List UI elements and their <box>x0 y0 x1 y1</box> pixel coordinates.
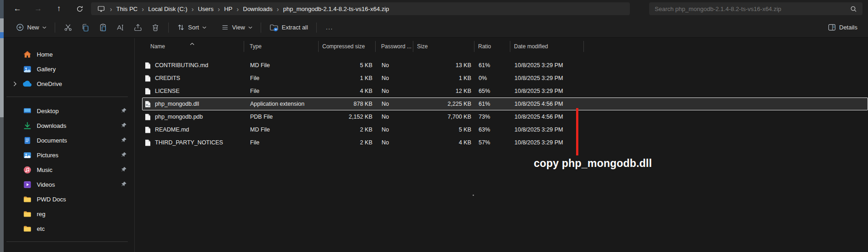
cell-date_modified: 10/8/2025 3:29 PM <box>511 126 584 133</box>
search-icon <box>850 6 857 12</box>
toolbar-divider <box>261 23 261 33</box>
view-button-label: View <box>232 24 245 31</box>
chevron-down-icon <box>248 26 252 29</box>
rename-icon[interactable] <box>112 20 129 35</box>
sidebar-item-desktop[interactable]: Desktop <box>2 103 132 118</box>
cell-size: 13 KB <box>414 62 475 69</box>
sidebar-item-label: Documents <box>37 137 67 144</box>
copy-icon[interactable] <box>77 20 94 35</box>
table-row-php-mongodb-dll[interactable]: php_mongodb.dllApplication extension878 … <box>142 97 868 110</box>
downloads-icon <box>23 121 32 130</box>
sidebar-item-label: Home <box>37 51 53 58</box>
sidebar-item-etc[interactable]: etc <box>2 221 132 236</box>
documents-icon <box>23 136 32 145</box>
cell-ratio: 57% <box>475 139 511 146</box>
share-icon[interactable] <box>129 20 147 35</box>
sidebar-item-label: OneDrive <box>37 80 62 87</box>
table-row-php-mongodb-pdb[interactable]: php_mongodb.pdbPDB File2,152 KBNo7,700 K… <box>142 110 868 123</box>
cell-type: File <box>245 88 319 94</box>
breadcrumb[interactable]: ›This PC›Local Disk (C:)›Users›HP›Downlo… <box>91 2 630 15</box>
more-options-button[interactable]: ... <box>321 20 338 35</box>
sidebar-item-gallery[interactable]: Gallery <box>2 62 132 76</box>
folder-icon <box>23 195 32 204</box>
sidebar-item-reg[interactable]: reg <box>2 206 132 221</box>
column-header-size[interactable]: Size <box>413 41 474 52</box>
sidebar-item-label: etc <box>37 225 45 232</box>
breadcrumb-item-users[interactable]: Users <box>198 6 213 12</box>
file-name: README.md <box>155 126 189 133</box>
cell-type: File <box>245 75 319 81</box>
delete-icon[interactable] <box>147 20 164 35</box>
chevron-down-icon <box>202 26 206 29</box>
sidebar-item-label: reg <box>37 211 46 218</box>
forward-icon[interactable]: → <box>31 2 46 15</box>
breadcrumb-item-local-disk-c[interactable]: Local Disk (C:) <box>148 6 187 12</box>
table-row-credits[interactable]: CREDITSFile1 KBNo1 KB0%10/8/2025 3:29 PM <box>142 72 868 85</box>
sidebar-item-home[interactable]: Home <box>2 47 132 62</box>
extract-all-button[interactable]: Extract all <box>265 20 312 35</box>
videos-icon <box>23 180 32 189</box>
sidebar-item-music[interactable]: Music <box>2 162 132 177</box>
cell-ratio: 61% <box>475 101 511 107</box>
view-button[interactable]: View <box>217 20 257 35</box>
extract-all-label: Extract all <box>282 24 308 31</box>
ellipsis-icon: ... <box>326 24 333 31</box>
cell-name: README.md <box>143 126 245 133</box>
cut-icon[interactable] <box>59 20 77 35</box>
chevron-right-icon[interactable] <box>13 81 23 86</box>
column-header-type[interactable]: Type <box>244 41 319 52</box>
file-name: CREDITS <box>155 75 180 81</box>
sidebar-item-pictures[interactable]: Pictures <box>2 148 132 162</box>
table-row-readme-md[interactable]: README.mdMD File2 KBNo5 KB63%10/8/2025 3… <box>142 123 868 136</box>
refresh-icon[interactable] <box>72 2 87 15</box>
sidebar-item-videos[interactable]: Videos <box>2 177 132 192</box>
cell-ratio: 73% <box>475 114 511 120</box>
column-header-date-modified[interactable]: Date modified <box>510 41 584 52</box>
cell-password: No <box>376 101 414 107</box>
paste-icon[interactable] <box>94 20 112 35</box>
sidebar-item-onedrive[interactable]: OneDrive <box>2 76 132 91</box>
chevron-right-icon: › <box>217 5 220 13</box>
sidebar-item-label: Desktop <box>37 108 59 115</box>
sort-arrows-icon <box>177 23 185 31</box>
gallery-icon <box>23 64 32 74</box>
sidebar-separator <box>6 241 128 242</box>
file-list-pane: Name Type Compressed size Password ... S… <box>135 38 868 252</box>
toolbar-divider <box>168 23 169 33</box>
toolbar-divider <box>316 23 317 33</box>
cell-date_modified: 10/8/2025 4:56 PM <box>511 101 584 107</box>
table-row-contributing-md[interactable]: CONTRIBUTING.mdMD File5 KBNo13 KB61%10/8… <box>142 59 868 72</box>
up-icon[interactable]: ↑ <box>51 2 66 15</box>
sort-ascending-icon <box>190 40 194 46</box>
file-icon <box>145 114 151 120</box>
table-row-license[interactable]: LICENSEFile4 KBNo12 KB65%10/8/2025 3:29 … <box>142 85 868 97</box>
breadcrumb-item-hp[interactable]: HP <box>224 6 232 12</box>
search-input[interactable] <box>655 6 846 12</box>
sidebar-item-documents[interactable]: Documents <box>2 133 132 148</box>
search-box[interactable] <box>649 2 862 15</box>
cell-name: CONTRIBUTING.md <box>143 62 245 69</box>
column-header-password[interactable]: Password ... <box>376 41 413 52</box>
music-icon <box>23 165 32 174</box>
back-icon[interactable]: ← <box>10 2 25 15</box>
column-header-ratio[interactable]: Ratio <box>474 41 510 52</box>
file-name: THIRD_PARTY_NOTICES <box>155 139 223 146</box>
new-button[interactable]: New <box>12 20 51 35</box>
cell-size: 7,700 KB <box>414 114 475 120</box>
breadcrumb-item-php-mongodb-2-1-4-8-2-ts-vs16-x64-zip[interactable]: php_mongodb-2.1.4-8.2-ts-vs16-x64.zip <box>283 6 389 12</box>
cell-name: THIRD_PARTY_NOTICES <box>143 139 245 146</box>
cell-compressed_size: 878 KB <box>319 101 376 107</box>
details-button[interactable]: Details <box>824 20 862 35</box>
sidebar-item-downloads[interactable]: Downloads <box>2 118 132 133</box>
table-row-third-party-notices[interactable]: THIRD_PARTY_NOTICESFile2 KBNo4 KB57%10/8… <box>142 136 868 149</box>
this-pc-icon[interactable] <box>97 5 105 12</box>
toolbar-divider <box>55 23 55 33</box>
sidebar-item-pwd-docs[interactable]: PWD Docs <box>2 192 132 206</box>
cell-compressed_size: 5 KB <box>319 62 376 69</box>
sort-button[interactable]: Sort <box>173 20 211 35</box>
column-header-compressed-size[interactable]: Compressed size <box>319 41 376 52</box>
breadcrumb-item-this-pc[interactable]: This PC <box>116 6 137 12</box>
column-header-name[interactable]: Name <box>142 41 244 52</box>
breadcrumb-item-downloads[interactable]: Downloads <box>243 6 273 12</box>
cell-type: MD File <box>245 62 319 69</box>
